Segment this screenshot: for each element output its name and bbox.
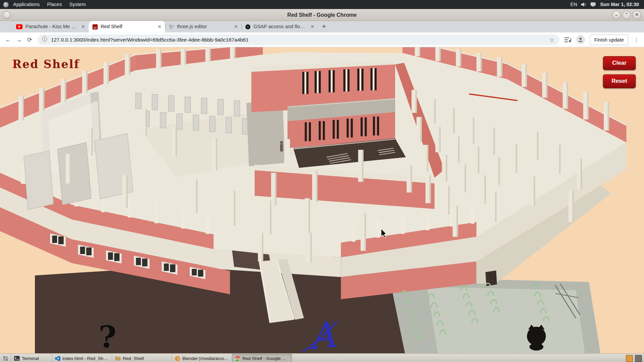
reload-icon[interactable]: ⟳ <box>27 36 32 43</box>
tab-gsap[interactable]: GSAP access and floor ov ✕ <box>241 21 318 32</box>
menu-applications[interactable]: Applications <box>10 2 43 7</box>
taskbar-item-label: Red_Shelf <box>123 356 144 361</box>
tab-parachute[interactable]: Parachute - Kiss Me Slow ✕ <box>12 21 89 32</box>
volume-icon[interactable] <box>581 2 587 7</box>
blender-icon <box>175 356 180 361</box>
finish-update-button[interactable]: Finish update <box>590 34 628 45</box>
person-icon <box>578 37 583 42</box>
scene-canvas[interactable]: A ? <box>0 47 644 353</box>
taskbar-item-chrome[interactable]: Red Shelf - Google Ch... <box>232 354 292 362</box>
browser-toolbar: ← → ⟳ ⓘ 127.0.0.1:3000/index.html?server… <box>0 33 644 47</box>
tab-label: Red Shelf <box>101 24 155 29</box>
help-glyph[interactable]: ? <box>99 319 116 353</box>
tab-label: three.js editor <box>177 24 231 29</box>
bookmark-star-icon[interactable]: ☆ <box>549 36 554 43</box>
display-icon[interactable] <box>590 2 596 7</box>
taskbar-item-terminal[interactable]: Terminal <box>11 354 52 362</box>
tab-strip: Parachute - Kiss Me Slow ✕ Red Shelf ✕ t… <box>0 21 644 32</box>
url-text[interactable]: 127.0.0.1:3000/index.html?serverWindowId… <box>51 37 546 43</box>
tab-close-icon[interactable]: ✕ <box>234 24 238 29</box>
tab-close-icon[interactable]: ✕ <box>310 24 314 29</box>
tab-red-shelf[interactable]: Red Shelf ✕ <box>89 21 165 32</box>
back-icon[interactable]: ← <box>5 36 11 43</box>
vscode-icon <box>55 356 60 361</box>
clear-button[interactable]: Clear <box>603 56 636 70</box>
person-figure <box>280 141 283 152</box>
taskbar-item-label: Red Shelf - Google Ch... <box>242 356 288 361</box>
profile-avatar[interactable] <box>576 35 585 44</box>
threejs-icon <box>169 24 174 29</box>
trash-applet-icon[interactable] <box>635 355 642 362</box>
menu-places[interactable]: Places <box>44 2 65 7</box>
browser-menu-kebab-icon[interactable]: ⋮ <box>633 36 639 43</box>
taskbar-item-label: index.html - Red_Shel... <box>62 356 109 361</box>
terminal-icon <box>14 356 20 361</box>
page-title-logo: Red Shelf <box>12 58 80 71</box>
distro-logo-icon[interactable] <box>3 2 9 7</box>
folder-icon <box>115 356 121 361</box>
taskbar-item-vscode[interactable]: index.html - Red_Shel... <box>52 354 112 362</box>
window-titlebar[interactable]: Red Shelf - Google Chrome ⌄ ⌃ ✕ <box>0 9 644 21</box>
tab-threejs[interactable]: three.js editor ✕ <box>165 21 241 32</box>
tab-label: GSAP access and floor ov <box>254 24 308 29</box>
taskbar-item-label: Blender [/media/arus... <box>182 356 228 361</box>
media-controls-icon[interactable] <box>564 37 571 43</box>
taskbar-item-label: Terminal <box>22 356 39 361</box>
tab-label: Parachute - Kiss Me Slow <box>25 24 78 29</box>
svg-text:A: A <box>307 314 337 353</box>
workspace-switcher[interactable] <box>626 355 633 362</box>
redshelf-icon <box>93 24 98 29</box>
desktop-top-bar: Applications Places System EN Sun Mar 1,… <box>0 0 644 9</box>
chrome-icon <box>235 356 240 361</box>
screen: Applications Places System EN Sun Mar 1,… <box>0 0 644 362</box>
clock[interactable]: Sun Mar 1, 02:30 <box>600 2 641 7</box>
reset-button[interactable]: Reset <box>603 74 636 88</box>
keyboard-layout-indicator[interactable]: EN <box>570 2 577 7</box>
minimize-button[interactable]: ⌄ <box>612 10 621 19</box>
menu-system[interactable]: System <box>66 2 89 7</box>
window-list-icon[interactable] <box>0 354 11 362</box>
taskbar: Terminal index.html - Red_Shel... Red_Sh… <box>0 353 644 362</box>
page-content: A ? Red Shelf Clear Reset <box>0 47 644 353</box>
new-tab-button[interactable]: + <box>322 22 326 31</box>
taskbar-item-files[interactable]: Red_Shelf <box>112 354 172 362</box>
site-info-icon[interactable]: ⓘ <box>42 36 47 43</box>
tab-close-icon[interactable]: ✕ <box>158 24 161 29</box>
gsap-icon <box>245 24 251 29</box>
close-button[interactable]: ✕ <box>633 10 641 19</box>
taskbar-item-blender[interactable]: Blender [/media/arus... <box>172 354 232 362</box>
tab-close-icon[interactable]: ✕ <box>81 24 85 29</box>
window-title: Red Shelf - Google Chrome <box>0 12 644 18</box>
forward-icon[interactable]: → <box>16 36 22 43</box>
address-bar[interactable]: ⓘ 127.0.0.1:3000/index.html?serverWindow… <box>37 34 559 45</box>
github-logo[interactable] <box>527 325 546 351</box>
youtube-icon <box>16 24 23 29</box>
maximize-button[interactable]: ⌃ <box>622 10 631 19</box>
